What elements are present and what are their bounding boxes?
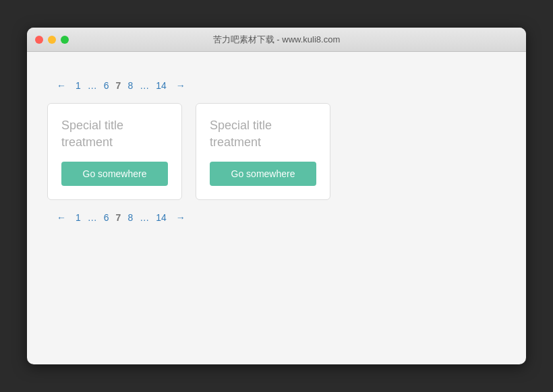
browser-window: 苦力吧素材下载 - www.kuli8.com ← 1 … 6 7 8 … 14… xyxy=(27,28,526,364)
pagination-top: ← 1 … 6 7 8 … 14 → xyxy=(54,79,188,92)
pagination-8-top[interactable]: 8 xyxy=(125,79,136,92)
card-1: Special title treatment Go somewhere xyxy=(47,103,182,200)
card-2-title: Special title treatment xyxy=(210,117,316,151)
card-2: Special title treatment Go somewhere xyxy=(196,103,330,200)
card-1-button[interactable]: Go somewhere xyxy=(61,162,168,186)
pagination-1-top[interactable]: 1 xyxy=(73,79,84,92)
pagination-dots2-top: … xyxy=(140,80,149,91)
pagination-bottom: ← 1 … 6 7 8 … 14 → xyxy=(54,211,188,224)
pagination-dots1-top: … xyxy=(88,80,97,91)
minimize-button[interactable] xyxy=(48,36,56,44)
card-1-title: Special title treatment xyxy=(61,117,168,151)
titlebar: 苦力吧素材下载 - www.kuli8.com xyxy=(27,28,526,52)
pagination-current-bottom: 7 xyxy=(116,212,121,223)
maximize-button[interactable] xyxy=(61,36,69,44)
pagination-6-bottom[interactable]: 6 xyxy=(101,211,112,224)
cards-row: Special title treatment Go somewhere Spe… xyxy=(47,103,330,200)
pagination-6-top[interactable]: 6 xyxy=(101,79,112,92)
pagination-prev-bottom[interactable]: ← xyxy=(54,211,69,224)
pagination-dots2-bottom: … xyxy=(140,212,149,223)
pagination-prev-top[interactable]: ← xyxy=(54,79,69,92)
pagination-14-bottom[interactable]: 14 xyxy=(153,211,169,224)
pagination-8-bottom[interactable]: 8 xyxy=(125,211,136,224)
page-content: ← 1 … 6 7 8 … 14 → Special title treatme… xyxy=(27,52,526,244)
pagination-14-top[interactable]: 14 xyxy=(153,79,169,92)
window-title: 苦力吧素材下载 - www.kuli8.com xyxy=(213,34,341,46)
pagination-current-top: 7 xyxy=(116,80,121,91)
pagination-1-bottom[interactable]: 1 xyxy=(73,211,84,224)
traffic-lights xyxy=(35,36,69,44)
pagination-next-top[interactable]: → xyxy=(173,79,188,92)
pagination-dots1-bottom: … xyxy=(88,212,97,223)
pagination-next-bottom[interactable]: → xyxy=(173,211,188,224)
card-2-button[interactable]: Go somewhere xyxy=(210,162,316,186)
close-button[interactable] xyxy=(35,36,43,44)
